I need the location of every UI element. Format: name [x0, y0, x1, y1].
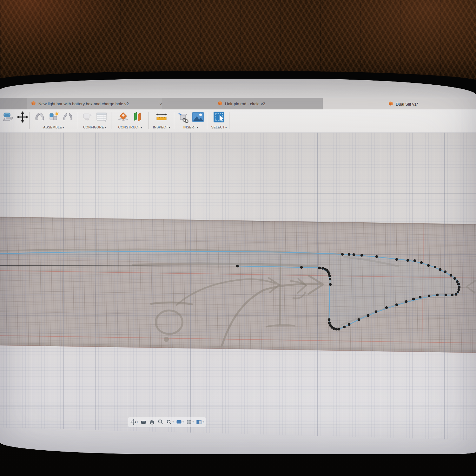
toolbar-separator — [149, 112, 149, 129]
look-at-icon[interactable] — [140, 419, 147, 425]
toolbar-separator — [111, 112, 111, 129]
chevron-down-icon: ▾ — [137, 421, 138, 423]
toolbar-group-assemble[interactable]: ASSEMBLE▾ — [30, 110, 77, 129]
tab-document-1[interactable]: New light bar with battery box and charg… — [27, 98, 167, 110]
document-cube-icon — [218, 101, 222, 107]
grid-and-snaps-icon[interactable]: ▾ — [186, 419, 194, 425]
configuration-icon[interactable] — [82, 111, 93, 124]
toolbar-group-label: CONSTRUCT — [118, 125, 140, 129]
sketch-geometry[interactable] — [0, 251, 460, 331]
toolbar-group-left — [1, 110, 29, 129]
toolbar-separator — [229, 112, 229, 129]
pan-hand-icon[interactable] — [149, 419, 155, 425]
toolbar-group-label: INSPECT — [153, 125, 168, 129]
insert-canvas-image-icon[interactable] — [192, 112, 204, 123]
select-tool-icon[interactable] — [213, 111, 225, 124]
toolbar-group-label: CONFIGURE — [83, 125, 104, 129]
configuration-table-icon[interactable] — [96, 111, 108, 124]
toolbar-group-inspect[interactable]: INSPECT▾ — [150, 110, 173, 129]
joint-origin-icon[interactable] — [63, 111, 73, 124]
display-settings-icon[interactable]: ▾ — [176, 419, 184, 425]
sketch-layer — [0, 133, 476, 454]
chevron-down-icon: ▾ — [63, 126, 64, 129]
tab-label: New light bar with battery box and charg… — [38, 101, 129, 106]
chevron-down-icon: ▾ — [197, 126, 198, 129]
tab-label: Dual Slit v1* — [396, 102, 418, 107]
view-navigation-bar: ▾ ▾ ▾ — [128, 417, 206, 427]
sketch-spline-blue[interactable] — [0, 251, 459, 329]
toolbar-group-select[interactable]: SELECT▾ — [209, 110, 229, 129]
chevron-down-icon: ▾ — [105, 126, 106, 129]
tab-label: Hair pin rod - circle v2 — [225, 101, 265, 106]
construct-plane-icon[interactable] — [117, 111, 129, 124]
screen: New light bar with battery box and charg… — [0, 79, 476, 454]
fit-view-icon[interactable]: ▾ — [166, 419, 174, 425]
toolbar-group-label: SELECT — [211, 125, 225, 129]
tab-document-3-active[interactable]: Dual Slit v1* — [323, 98, 476, 110]
toolbar-separator — [174, 112, 174, 129]
insert-derive-icon[interactable] — [177, 111, 189, 124]
joint-icon[interactable] — [34, 111, 45, 124]
toolbar-group-label-empty — [1, 125, 29, 129]
toolbar-group-configure[interactable]: CONFIGURE▾ — [79, 110, 110, 129]
chevron-down-icon: ▾ — [202, 421, 204, 423]
toolbar-group-construct[interactable]: CONSTRUCT▾ — [112, 110, 148, 129]
solid-box-tool-icon[interactable] — [2, 111, 14, 125]
photo-of-monitor: New light bar with battery box and charg… — [0, 0, 476, 476]
chevron-down-icon: ▾ — [182, 421, 184, 423]
toolbar-group-label: ASSEMBLE — [43, 125, 62, 129]
chevron-down-icon: ▾ — [225, 126, 227, 129]
chevron-down-icon: ▾ — [141, 126, 142, 129]
tab-close-icon[interactable]: × — [159, 101, 162, 106]
document-cube-icon — [31, 101, 36, 107]
new-component-icon[interactable] — [48, 111, 60, 124]
toolbar-group-label: INSERT — [183, 125, 196, 129]
document-tabbar: New light bar with battery box and charg… — [0, 98, 476, 110]
construct-midplane-icon[interactable] — [132, 111, 143, 124]
measure-icon[interactable] — [155, 112, 168, 124]
sketch-line-black[interactable] — [0, 266, 237, 266]
chevron-down-icon: ▾ — [173, 421, 174, 423]
orbit-icon[interactable]: ▾ — [130, 419, 138, 425]
document-cube-icon — [388, 101, 393, 107]
ribbon-toolbar: ASSEMBLE▾ CONFIGURE▾ — [0, 109, 476, 133]
toolbar-separator — [207, 112, 207, 129]
zoom-icon[interactable] — [157, 419, 164, 425]
chevron-down-icon: ▾ — [169, 126, 170, 129]
move-tool-icon[interactable] — [17, 111, 28, 124]
toolbar-separator — [29, 112, 30, 129]
design-viewport[interactable]: ▾ ▾ ▾ — [0, 133, 476, 454]
toolbar-separator — [78, 112, 78, 129]
chevron-down-icon: ▾ — [193, 421, 194, 423]
toolbar-group-insert[interactable]: INSERT▾ — [175, 110, 206, 129]
viewports-icon[interactable]: ▾ — [196, 419, 204, 425]
